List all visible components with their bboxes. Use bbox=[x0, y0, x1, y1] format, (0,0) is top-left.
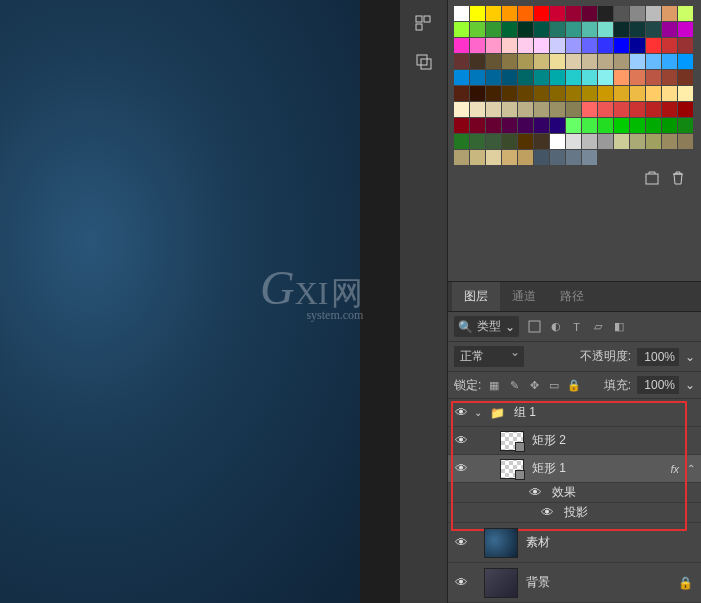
swatch[interactable] bbox=[678, 54, 693, 69]
visibility-toggle[interactable]: 👁 bbox=[526, 485, 544, 500]
swatch[interactable] bbox=[550, 22, 565, 37]
swatch[interactable] bbox=[582, 150, 597, 165]
swatch[interactable] bbox=[486, 118, 501, 133]
swatch[interactable] bbox=[534, 102, 549, 117]
swatch[interactable] bbox=[598, 118, 613, 133]
lock-pixels-icon[interactable]: ✎ bbox=[507, 378, 521, 392]
swatch[interactable] bbox=[582, 118, 597, 133]
swatch[interactable] bbox=[502, 38, 517, 53]
swatch[interactable] bbox=[502, 134, 517, 149]
swatch[interactable] bbox=[646, 86, 661, 101]
lock-artboard-icon[interactable]: ▭ bbox=[547, 378, 561, 392]
swatch[interactable] bbox=[614, 134, 629, 149]
swatch[interactable] bbox=[518, 86, 533, 101]
swatch[interactable] bbox=[550, 102, 565, 117]
swatch[interactable] bbox=[662, 134, 677, 149]
lock-all-icon[interactable]: 🔒 bbox=[567, 378, 581, 392]
swatch[interactable] bbox=[598, 22, 613, 37]
swatch[interactable] bbox=[534, 38, 549, 53]
blend-mode-select[interactable]: 正常 bbox=[454, 346, 524, 367]
swatch[interactable] bbox=[550, 6, 565, 21]
filter-type-icon[interactable]: T bbox=[569, 319, 584, 334]
swatch[interactable] bbox=[534, 118, 549, 133]
swatch[interactable] bbox=[454, 22, 469, 37]
swatch[interactable] bbox=[582, 22, 597, 37]
swatch[interactable] bbox=[470, 54, 485, 69]
swatch[interactable] bbox=[454, 86, 469, 101]
swatch[interactable] bbox=[678, 70, 693, 85]
panel-icon-2[interactable] bbox=[404, 44, 444, 80]
swatch[interactable] bbox=[678, 6, 693, 21]
swatch[interactable] bbox=[582, 54, 597, 69]
swatch[interactable] bbox=[534, 150, 549, 165]
filter-adjust-icon[interactable]: ◐ bbox=[548, 319, 563, 334]
layer-name[interactable]: 矩形 2 bbox=[528, 432, 697, 449]
swatch[interactable] bbox=[550, 54, 565, 69]
swatch[interactable] bbox=[454, 118, 469, 133]
visibility-toggle[interactable]: 👁 bbox=[452, 405, 470, 420]
swatch[interactable] bbox=[662, 102, 677, 117]
swatch[interactable] bbox=[598, 38, 613, 53]
swatch[interactable] bbox=[566, 118, 581, 133]
fx-indicator[interactable]: fx bbox=[670, 463, 679, 475]
swatch[interactable] bbox=[566, 102, 581, 117]
swatch[interactable] bbox=[662, 54, 677, 69]
layer-rect-1[interactable]: 👁 矩形 1 fx ⌃ bbox=[448, 455, 701, 483]
panel-icon-1[interactable] bbox=[404, 6, 444, 42]
swatch[interactable] bbox=[454, 70, 469, 85]
swatch[interactable] bbox=[470, 102, 485, 117]
swatch[interactable] bbox=[662, 118, 677, 133]
layer-effects-row[interactable]: 👁 👁 效果 bbox=[448, 483, 701, 503]
swatch[interactable] bbox=[598, 54, 613, 69]
swatch[interactable] bbox=[470, 38, 485, 53]
tab-channels[interactable]: 通道 bbox=[500, 282, 548, 311]
layer-material[interactable]: 👁 素材 bbox=[448, 523, 701, 563]
swatch[interactable] bbox=[646, 134, 661, 149]
swatch[interactable] bbox=[502, 6, 517, 21]
swatch[interactable] bbox=[678, 102, 693, 117]
swatch[interactable] bbox=[470, 150, 485, 165]
swatch[interactable] bbox=[550, 150, 565, 165]
layer-name[interactable]: 矩形 1 bbox=[528, 460, 666, 477]
swatch[interactable] bbox=[630, 134, 645, 149]
swatch[interactable] bbox=[614, 22, 629, 37]
swatch[interactable] bbox=[470, 134, 485, 149]
swatch[interactable] bbox=[502, 70, 517, 85]
swatch[interactable] bbox=[502, 118, 517, 133]
filter-pixel-icon[interactable] bbox=[527, 319, 542, 334]
swatch[interactable] bbox=[582, 86, 597, 101]
swatch[interactable] bbox=[678, 134, 693, 149]
layer-rect-2[interactable]: 👁 矩形 2 bbox=[448, 427, 701, 455]
swatch[interactable] bbox=[502, 54, 517, 69]
swatch[interactable] bbox=[678, 86, 693, 101]
swatch[interactable] bbox=[518, 70, 533, 85]
swatch[interactable] bbox=[486, 6, 501, 21]
swatch[interactable] bbox=[502, 102, 517, 117]
swatch[interactable] bbox=[518, 22, 533, 37]
swatch[interactable] bbox=[566, 6, 581, 21]
filter-smart-icon[interactable]: ◧ bbox=[611, 319, 626, 334]
new-swatch-icon[interactable] bbox=[645, 171, 659, 188]
swatch[interactable] bbox=[646, 54, 661, 69]
swatch[interactable] bbox=[518, 118, 533, 133]
layer-name[interactable]: 素材 bbox=[522, 534, 697, 551]
swatch[interactable] bbox=[582, 134, 597, 149]
swatch[interactable] bbox=[550, 134, 565, 149]
swatch[interactable] bbox=[454, 134, 469, 149]
swatch[interactable] bbox=[518, 54, 533, 69]
swatch[interactable] bbox=[662, 38, 677, 53]
swatch[interactable] bbox=[566, 70, 581, 85]
fill-value[interactable]: 100% bbox=[637, 376, 679, 394]
swatch[interactable] bbox=[534, 54, 549, 69]
swatch[interactable] bbox=[470, 86, 485, 101]
swatch[interactable] bbox=[518, 150, 533, 165]
swatch[interactable] bbox=[582, 6, 597, 21]
lock-transparency-icon[interactable]: ▦ bbox=[487, 378, 501, 392]
swatch[interactable] bbox=[518, 102, 533, 117]
swatch[interactable] bbox=[470, 118, 485, 133]
layer-thumb[interactable] bbox=[500, 431, 524, 451]
swatch[interactable] bbox=[614, 54, 629, 69]
swatch[interactable] bbox=[614, 102, 629, 117]
swatch[interactable] bbox=[454, 38, 469, 53]
swatch[interactable] bbox=[614, 118, 629, 133]
